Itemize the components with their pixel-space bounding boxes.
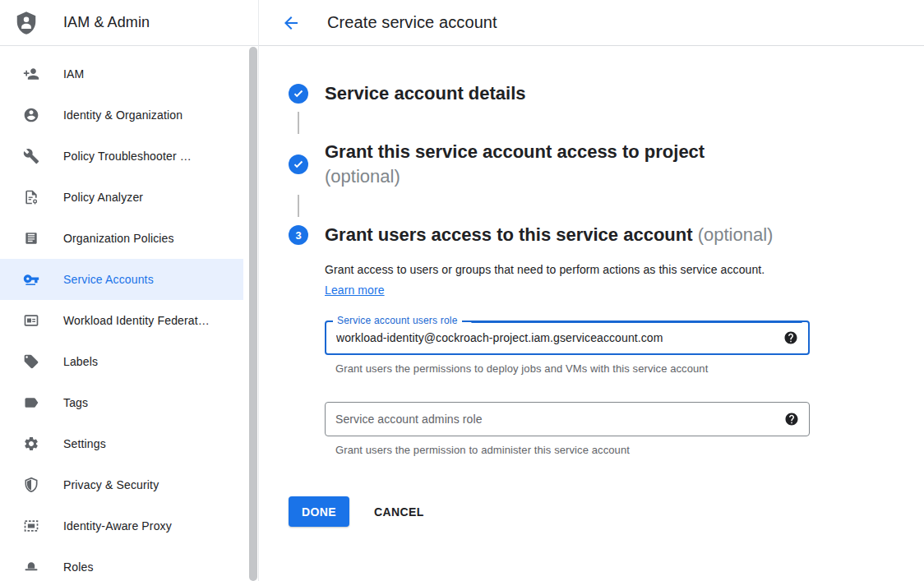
sidebar-item-label: IAM [63,67,84,81]
iam-shield-icon [14,10,39,36]
sidebar-scrollbar[interactable] [249,47,257,581]
sidebar-item-service-accounts[interactable]: Service Accounts [0,259,243,300]
sidebar-header: IAM & Admin [0,0,258,46]
step-3: 3 Grant users access to this service acc… [289,223,924,247]
person-add-icon [23,66,39,82]
sidebar-item-identity-organization[interactable]: Identity & Organization [0,95,243,136]
sidebar-item-iam[interactable]: IAM [0,53,243,95]
sidebar-item-settings[interactable]: Settings [0,423,243,464]
step-connector [298,112,299,134]
users-role-helper: Grant users the permissions to deploy jo… [335,362,924,375]
wizard-content: Service account details Grant this servi… [259,46,924,527]
sidebar-item-workload-identity-federation[interactable]: Workload Identity Federat… [0,300,243,341]
sidebar-item-policy-troubleshooter[interactable]: Policy Troubleshooter … [0,136,243,177]
wizard-actions: DONE CANCEL [289,496,924,527]
sidebar-item-label: Tags [63,396,88,409]
account-circle-icon [23,107,39,123]
step-2-title: Grant this service account access to pro… [325,140,705,189]
label-arrow-icon [23,394,39,411]
step-1: Service account details [289,81,924,106]
sidebar-item-organization-policies[interactable]: Organization Policies [0,218,243,259]
step-2-check-icon [289,154,308,174]
main-panel: Create service account Service account d… [259,0,924,581]
policy-analyzer-icon [23,189,39,205]
sidebar-title: IAM & Admin [63,14,150,31]
sidebar-item-label: Service Accounts [63,273,154,286]
iam-admin-console: IAM & Admin IAM Identity & Organization … [0,0,924,581]
sidebar-item-identity-aware-proxy[interactable]: Identity-Aware Proxy [0,505,243,546]
step-3-number: 3 [289,225,308,245]
sidebar: IAM & Admin IAM Identity & Organization … [0,0,259,581]
sidebar-item-label: Organization Policies [63,232,174,245]
membership-card-icon [23,312,39,329]
sidebar-item-label: Roles [63,560,94,574]
sidebar-item-labels[interactable]: Labels [0,341,243,382]
step-3-body: Grant access to users or groups that nee… [325,247,924,527]
sidebar-item-roles[interactable]: Roles [0,546,243,581]
users-role-label: Service account users role [333,315,462,326]
admins-role-input[interactable] [335,413,776,426]
step-3-title-text: Grant users access to this service accou… [325,224,693,245]
users-role-field: Service account users role [325,320,810,355]
sidebar-item-policy-analyzer[interactable]: Policy Analyzer [0,177,243,218]
tag-icon [23,353,39,370]
article-icon [23,230,39,247]
sidebar-item-label: Identity & Organization [63,108,182,122]
users-role-input[interactable] [336,331,775,344]
gear-icon [23,436,39,452]
sidebar-item-tags[interactable]: Tags [0,382,243,423]
step-2-title-text: Grant this service account access to pro… [325,141,705,162]
wrench-icon [23,148,39,164]
step-3-description: Grant access to users or groups that nee… [325,260,775,301]
admins-role-field [325,402,810,436]
sidebar-item-label: Privacy & Security [63,478,159,491]
help-icon[interactable] [783,330,798,345]
description-text: Grant access to users or groups that nee… [325,263,765,276]
done-button[interactable]: DONE [289,496,349,527]
step-connector [298,195,299,217]
field-notch-line [471,320,802,323]
step-1-title: Service account details [325,81,526,106]
cancel-button[interactable]: CANCEL [374,505,424,519]
step-2-optional: (optional) [325,166,400,187]
service-account-key-icon [23,271,39,288]
sidebar-item-privacy-security[interactable]: Privacy & Security [0,464,243,505]
sidebar-item-label: Identity-Aware Proxy [63,519,172,533]
hat-icon [23,559,39,575]
help-icon[interactable] [784,412,799,427]
step-2: Grant this service account access to pro… [289,140,924,189]
step-1-check-icon [289,84,308,104]
page-title: Create service account [327,13,497,32]
step-3-number-badge: 3 [289,225,308,245]
sidebar-item-label: Settings [63,437,106,450]
step-3-optional: (optional) [698,224,774,245]
sidebar-item-label: Policy Troubleshooter … [63,150,192,163]
sidebar-item-label: Policy Analyzer [63,191,143,204]
back-arrow-icon[interactable] [280,12,302,34]
proxy-frame-icon [23,518,39,534]
half-shield-icon [23,477,39,493]
page-header: Create service account [259,0,924,46]
admins-role-helper: Grant users the permission to administer… [335,444,924,456]
step-3-title: Grant users access to this service accou… [325,223,773,247]
sidebar-item-label: Workload Identity Federat… [63,314,210,327]
sidebar-item-label: Labels [63,355,98,368]
sidebar-nav: IAM Identity & Organization Policy Troub… [0,46,258,581]
learn-more-link[interactable]: Learn more [325,284,385,297]
